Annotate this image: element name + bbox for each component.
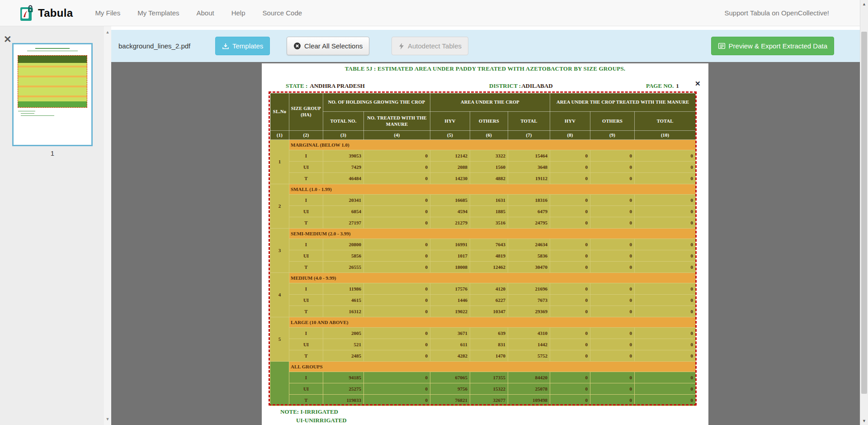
- templates-button[interactable]: Templates: [215, 37, 270, 55]
- district-label: DISTRICT :: [489, 82, 521, 89]
- nav-item-source-code[interactable]: Source Code: [254, 0, 311, 26]
- district-value: ADILABAD: [521, 82, 552, 89]
- pdf-page-no: PAGE NO.1: [646, 82, 679, 90]
- table-selection-box[interactable]: [269, 91, 697, 406]
- pdf-district: DISTRICT :ADILABAD: [489, 82, 553, 90]
- sidebar: ✕ 1: [0, 26, 104, 425]
- import-tray-icon: [222, 43, 229, 50]
- table-list-icon: [718, 42, 726, 50]
- thumb-table-footer: [18, 101, 87, 107]
- delete-selection-icon[interactable]: ✕: [695, 80, 701, 87]
- toolbar: background_lines_2.pdf Templates Clear A…: [111, 30, 860, 62]
- thumb-note-line: [21, 113, 34, 114]
- window-scrollbar[interactable]: ▲ ▼: [860, 0, 868, 425]
- pdf-page[interactable]: TABLE 5J : ESTIMATED AREA UNDER PADDY TR…: [262, 63, 708, 425]
- tabula-app: Tabula My FilesMy TemplatesAboutHelpSour…: [0, 0, 868, 425]
- sidebar-scrollbar[interactable]: ▲ ▼: [104, 26, 111, 425]
- scroll-down-icon[interactable]: ▼: [860, 419, 868, 423]
- scroll-up-icon[interactable]: ▲: [860, 2, 868, 6]
- brand-title: Tabula: [38, 7, 73, 19]
- support-link[interactable]: Support Tabula on OpenCollective!: [724, 0, 829, 26]
- thumb-subtitle-line: [27, 51, 78, 51]
- document-viewport: TABLE 5J : ESTIMATED AREA UNDER PADDY TR…: [111, 62, 860, 425]
- thumbnail-page-number: 1: [12, 149, 93, 157]
- autodetect-tables-label: Autodetect Tables: [408, 42, 462, 50]
- scroll-up-icon[interactable]: ▲: [104, 30, 111, 34]
- nav-item-my-files[interactable]: My Files: [86, 0, 129, 26]
- preview-export-label: Preview & Export Extracted Data: [729, 42, 827, 50]
- autodetect-tables-button[interactable]: Autodetect Tables: [392, 37, 468, 55]
- brand-home-link[interactable]: Tabula: [20, 5, 73, 21]
- scroll-down-icon[interactable]: ▼: [104, 417, 111, 421]
- nav-menu: My FilesMy TemplatesAboutHelpSource Code: [86, 0, 311, 26]
- thumb-note-line: [21, 115, 54, 116]
- thumb-title-line: [35, 48, 70, 49]
- tabula-logo-icon: [20, 5, 34, 21]
- templates-label: Templates: [232, 42, 263, 50]
- nav-item-my-templates[interactable]: My Templates: [129, 0, 188, 26]
- page-no-label: PAGE NO.: [646, 82, 674, 89]
- state-value: ANDHRA PRADESH: [310, 82, 365, 89]
- scrollbar-thumb[interactable]: [861, 32, 867, 394]
- remove-circle-icon: [293, 42, 301, 50]
- pdf-note-line1: NOTE: I-IRRIGATED: [280, 408, 338, 415]
- thumb-table: [18, 55, 87, 108]
- page-thumbnail[interactable]: [12, 43, 93, 146]
- clear-all-selections-button[interactable]: Clear All Selections: [287, 37, 369, 55]
- document-filename: background_lines_2.pdf: [118, 30, 190, 62]
- remove-file-icon[interactable]: ✕: [4, 34, 12, 44]
- clear-all-selections-label: Clear All Selections: [304, 42, 363, 50]
- thumb-table-header: [18, 56, 87, 63]
- preview-export-button[interactable]: Preview & Export Extracted Data: [711, 37, 834, 55]
- pdf-table-title: TABLE 5J : ESTIMATED AREA UNDER PADDY TR…: [262, 65, 708, 72]
- pdf-note-line2: UI-UNIRRIGATED: [296, 417, 347, 424]
- lightning-bolt-icon: [398, 43, 405, 50]
- state-label: STATE :: [286, 82, 307, 89]
- page-no-value: 1: [676, 82, 679, 89]
- pdf-state: STATE :ANDHRA PRADESH: [286, 82, 365, 90]
- navbar: Tabula My FilesMy TemplatesAboutHelpSour…: [0, 0, 868, 26]
- thumb-note-line: [18, 111, 35, 111]
- nav-item-about[interactable]: About: [188, 0, 222, 26]
- nav-item-help[interactable]: Help: [223, 0, 254, 26]
